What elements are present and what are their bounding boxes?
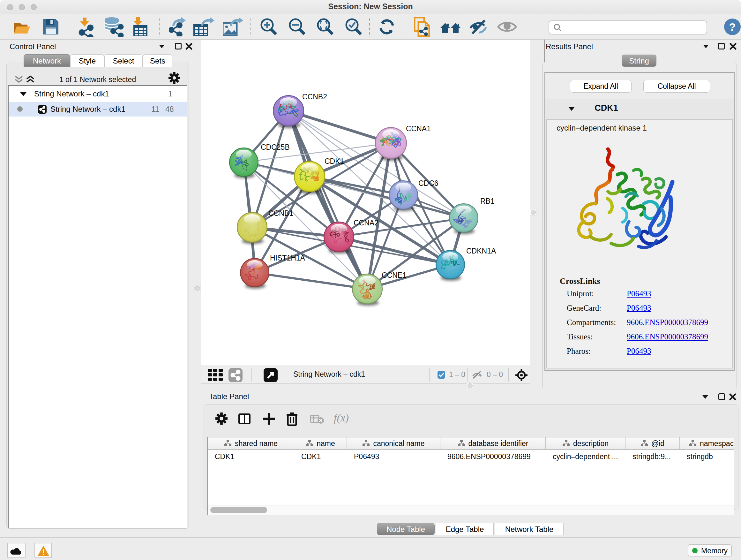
svg-text:CCNE1: CCNE1 xyxy=(382,271,407,279)
svg-text:CCNB1: CCNB1 xyxy=(268,209,293,217)
svg-text:CDC25B: CDC25B xyxy=(261,143,290,151)
svg-text:CCNA2: CCNA2 xyxy=(354,219,379,227)
svg-text:RB1: RB1 xyxy=(480,197,495,205)
svg-text:CDKN1A: CDKN1A xyxy=(466,247,496,255)
svg-text:CDC6: CDC6 xyxy=(418,179,439,187)
svg-text:HIST1H1A: HIST1H1A xyxy=(270,254,306,262)
svg-text:CDK1: CDK1 xyxy=(325,157,344,165)
svg-text:CCNB2: CCNB2 xyxy=(302,92,327,101)
svg-text:CCNA1: CCNA1 xyxy=(406,125,431,133)
